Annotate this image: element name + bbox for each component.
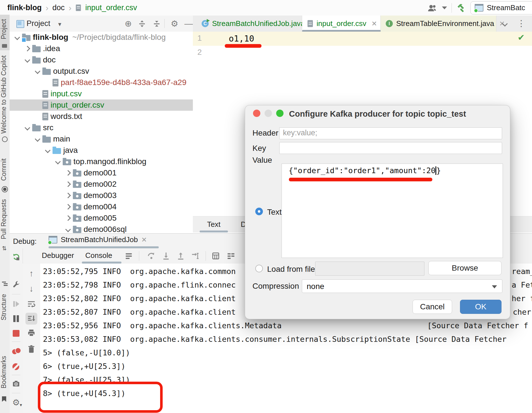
step-over-icon[interactable] <box>147 251 156 260</box>
collapse-all-button[interactable] <box>152 19 163 29</box>
tree-row[interactable]: java <box>10 145 193 156</box>
console-line-text-right: a Fet <box>512 281 532 289</box>
editor-options-kebab-icon[interactable]: ⋮ <box>517 18 526 28</box>
run-configuration-selector[interactable]: StreamBatc <box>470 1 532 14</box>
file-path-input[interactable] <box>315 262 424 276</box>
restore-layout-icon[interactable] <box>226 251 236 260</box>
tree-row[interactable]: main <box>10 133 193 145</box>
tab-input-order-csv[interactable]: input_order.csv ✕ <box>302 16 381 32</box>
run-to-cursor-icon[interactable] <box>191 251 200 260</box>
tree-row[interactable]: words.txt <box>10 111 193 122</box>
debug-session-tab[interactable]: StreamBatchUnifiedJob ✕ <box>49 235 147 244</box>
chevron-down-icon[interactable] <box>25 57 30 63</box>
tree-row[interactable]: part-f8ae159e-d4b8-433a-9a67-a29 <box>10 77 193 88</box>
tree-row[interactable]: demo006sql <box>10 224 193 233</box>
breadcrumb-item[interactable]: doc <box>52 3 65 12</box>
tree-row[interactable]: input_order.csv <box>10 99 193 111</box>
header-input[interactable]: key:value; <box>279 127 502 139</box>
close-icon[interactable]: ✕ <box>371 20 377 28</box>
tree-row[interactable]: doc <box>10 54 193 66</box>
tree-row[interactable]: top.mangod.flinkblog <box>10 156 193 167</box>
tree-item-label: top.mangod.flinkblog <box>73 157 146 166</box>
breadcrumb-item[interactable]: input_order.csv <box>85 3 137 12</box>
console-line: 5> (false,-U[10.0]) <box>10 346 532 360</box>
tree-row[interactable]: demo002 <box>10 179 193 190</box>
console-line-text: 5> (false,-U[10.0]) <box>43 348 130 357</box>
chevron-right-icon[interactable] <box>65 204 71 210</box>
evaluate-expression-icon[interactable] <box>211 251 220 260</box>
chevron-right-icon[interactable] <box>65 193 71 198</box>
tree-row[interactable]: demo005 <box>10 212 193 224</box>
breadcrumb-item[interactable]: flink-blog <box>7 3 42 12</box>
chevron-down-icon[interactable] <box>65 227 71 232</box>
tree-row[interactable]: .idea <box>10 43 193 54</box>
file-icon <box>42 90 48 98</box>
editor-code-line[interactable]: o1,10 <box>229 34 254 44</box>
chevron-down-icon[interactable] <box>55 159 61 164</box>
expand-all-button[interactable] <box>138 19 148 29</box>
close-icon[interactable]: ✕ <box>141 236 147 244</box>
tab-streamtableenvironment[interactable]: I StreamTableEnvironment.java ✕ <box>381 16 496 32</box>
tab-debugger[interactable]: Debugger <box>42 251 74 260</box>
users-icon[interactable] <box>427 4 437 12</box>
chevron-right-icon[interactable] <box>65 215 71 221</box>
project-view-title[interactable]: Project <box>27 19 50 28</box>
tree-row[interactable]: demo004 <box>10 201 193 212</box>
breadcrumb-separator: › <box>69 3 71 13</box>
compression-select[interactable]: none <box>302 279 502 293</box>
locate-file-button[interactable]: ⊕ <box>123 19 133 29</box>
sidebar-item-project[interactable]: Project <box>0 16 10 42</box>
toolbar-divider <box>206 251 206 261</box>
header-placeholder: key:value; <box>280 128 502 137</box>
tree-row[interactable]: src <box>10 122 193 133</box>
build-hammer-icon[interactable] <box>456 3 466 13</box>
tree-row[interactable]: input.csv <box>10 88 193 99</box>
browse-button[interactable]: Browse <box>428 261 502 275</box>
sidebar-item-commit[interactable]: Commit <box>0 155 10 184</box>
tree-row[interactable]: flink-blog~/Project/bigdata/flink-blog <box>10 32 193 43</box>
project-view-caret-icon[interactable]: ▾ <box>58 21 61 28</box>
gear-icon[interactable]: ⚙ <box>169 19 180 29</box>
step-into-icon[interactable] <box>162 251 171 260</box>
runnable-class-icon: C <box>202 20 209 27</box>
chevron-slot <box>23 126 32 130</box>
tree-row[interactable]: output.csv <box>10 66 193 77</box>
chevron-down-icon[interactable] <box>25 125 30 131</box>
chevron-right-icon[interactable] <box>65 181 71 187</box>
tree-item-label: .idea <box>43 44 60 53</box>
tree-item-label: java <box>63 146 78 155</box>
toolbar-divider <box>452 3 452 13</box>
console-tab-underline <box>82 262 121 264</box>
tab-text-view[interactable]: Text <box>200 216 228 232</box>
tab-streambatchunifiedjob[interactable]: C StreamBatchUnifiedJob.java ✕ <box>197 16 302 32</box>
sidebar-item-welcome-to-github-copilot[interactable]: Welcome to GitHub Copilot <box>0 61 10 134</box>
key-input[interactable] <box>279 142 502 154</box>
chevron-down-icon[interactable] <box>35 68 40 74</box>
chevron-down-icon[interactable] <box>442 6 447 9</box>
inspections-ok-icon[interactable]: ✔ <box>518 32 525 42</box>
chevron-down-icon[interactable] <box>35 136 40 142</box>
sidebar-item-structure[interactable]: Structure <box>0 289 10 325</box>
tab-console[interactable]: Console <box>85 251 112 260</box>
sidebar-item-bookmarks[interactable]: Bookmarks <box>0 351 10 394</box>
cancel-button[interactable]: Cancel <box>413 300 452 314</box>
load-from-file-radio[interactable] <box>255 265 263 272</box>
tree-row[interactable]: demo003 <box>10 190 193 201</box>
chevron-right-icon[interactable] <box>25 46 30 51</box>
chevron-right-icon[interactable] <box>65 170 71 176</box>
tree-row[interactable]: demo001 <box>10 167 193 179</box>
header-divider <box>164 19 165 28</box>
ok-button[interactable]: OK <box>460 300 502 314</box>
console-line-text: 23:05:52,798 INFO org.apache.flink.conne… <box>43 281 236 289</box>
chevron-down-icon[interactable] <box>14 34 20 40</box>
layout-options-icon[interactable] <box>124 251 133 260</box>
tab-label: StreamBatchUnifiedJob.java <box>212 19 305 28</box>
console-line-text-right: [Source Data Fetcher f <box>427 321 528 330</box>
sidebar-item-pull-requests[interactable]: Pull Requests <box>0 196 10 242</box>
hide-panel-button[interactable]: — <box>184 19 193 29</box>
chevron-down-icon[interactable] <box>45 147 51 153</box>
project-panel-header: Project ▾ ⊕ ⚙ — <box>10 16 193 32</box>
step-out-icon[interactable] <box>176 251 185 260</box>
rerun-icon[interactable] <box>11 252 21 262</box>
text-radio[interactable] <box>255 208 263 215</box>
